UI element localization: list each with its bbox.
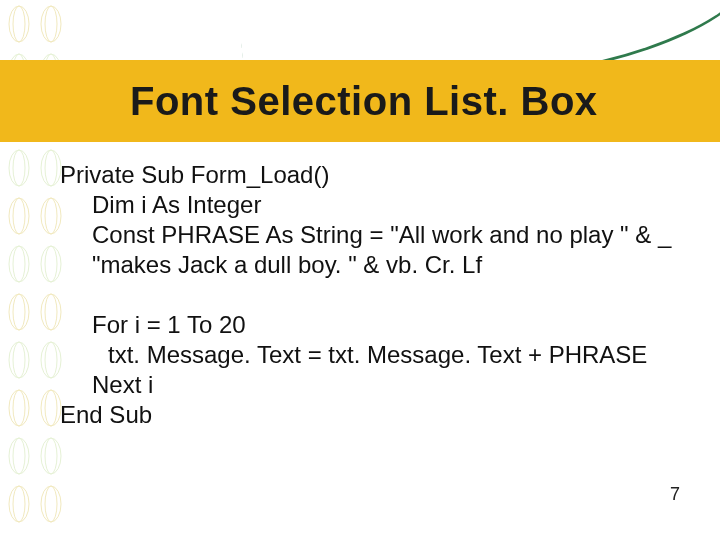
- code-line: Const PHRASE As String = "All work and n…: [60, 220, 680, 280]
- title-band: Font Selection List. Box: [0, 60, 720, 142]
- deco-icon: [6, 0, 32, 48]
- code-block: Private Sub Form_Load() Dim i As Integer…: [60, 160, 680, 430]
- svg-point-19: [41, 198, 61, 234]
- deco-icon: [6, 384, 32, 432]
- svg-point-1: [9, 6, 29, 42]
- deco-icon: [6, 240, 32, 288]
- code-line: Dim i As Integer: [60, 190, 680, 220]
- deco-icon: [6, 144, 32, 192]
- svg-point-40: [13, 486, 25, 522]
- svg-point-22: [45, 246, 57, 282]
- deco-icon: [6, 288, 32, 336]
- svg-point-15: [41, 150, 61, 186]
- svg-point-31: [41, 342, 61, 378]
- svg-point-13: [9, 150, 29, 186]
- svg-point-37: [9, 438, 29, 474]
- code-line: Private Sub Form_Load(): [60, 160, 680, 190]
- slide: Font Selection List. Box Private Sub For…: [0, 0, 720, 540]
- svg-point-42: [45, 486, 57, 522]
- svg-point-41: [9, 486, 29, 522]
- code-line: Next i: [60, 370, 680, 400]
- svg-point-12: [13, 150, 25, 186]
- deco-icon: [38, 0, 64, 48]
- code-line: For i = 1 To 20: [60, 310, 680, 340]
- svg-point-32: [13, 390, 25, 426]
- svg-point-25: [9, 294, 29, 330]
- slide-body: Private Sub Form_Load() Dim i As Integer…: [60, 160, 680, 530]
- svg-point-28: [13, 342, 25, 378]
- svg-point-21: [9, 246, 29, 282]
- svg-point-38: [45, 438, 57, 474]
- svg-point-43: [41, 486, 61, 522]
- svg-point-24: [13, 294, 25, 330]
- svg-point-20: [13, 246, 25, 282]
- svg-point-18: [45, 198, 57, 234]
- svg-point-23: [41, 246, 61, 282]
- svg-point-26: [45, 294, 57, 330]
- svg-point-29: [9, 342, 29, 378]
- svg-point-3: [41, 6, 61, 42]
- page-number: 7: [670, 484, 680, 505]
- svg-point-39: [41, 438, 61, 474]
- svg-point-33: [9, 390, 29, 426]
- svg-point-16: [13, 198, 25, 234]
- deco-icon: [6, 336, 32, 384]
- svg-point-34: [45, 390, 57, 426]
- svg-point-2: [45, 6, 57, 42]
- deco-icon: [6, 192, 32, 240]
- slide-title: Font Selection List. Box: [130, 79, 598, 124]
- code-line: End Sub: [60, 400, 680, 430]
- deco-icon: [6, 432, 32, 480]
- svg-point-17: [9, 198, 29, 234]
- svg-point-35: [41, 390, 61, 426]
- svg-point-27: [41, 294, 61, 330]
- svg-point-30: [45, 342, 57, 378]
- svg-point-14: [45, 150, 57, 186]
- code-line: txt. Message. Text = txt. Message. Text …: [60, 340, 680, 370]
- svg-point-36: [13, 438, 25, 474]
- svg-point-0: [13, 6, 25, 42]
- deco-icon: [6, 480, 32, 528]
